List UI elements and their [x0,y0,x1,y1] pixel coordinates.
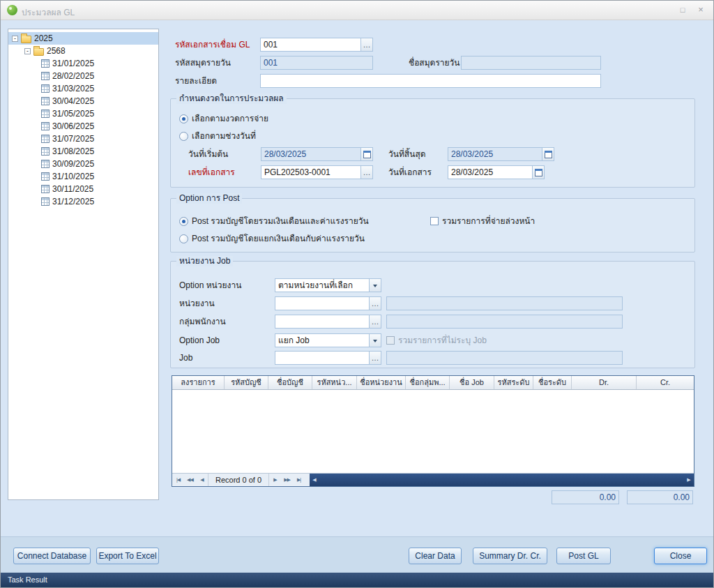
tree-node-date[interactable]: 31/01/2025 [8,57,158,70]
description-input[interactable] [260,74,601,88]
clear-data-button[interactable]: Clear Data [409,548,462,564]
employee-group-field[interactable]: … [275,315,381,329]
unit-label: หน่วยงาน [179,296,215,310]
doc-no-input[interactable] [261,166,360,179]
end-date-input [448,148,542,160]
grid-column-header[interactable]: ชื่อกลุ่มพ... [406,376,450,389]
tree-node-label: 30/06/2025 [52,121,94,131]
option-unit-combobox[interactable]: ตามหน่วยงานที่เลือก [275,278,381,292]
grid-column-header[interactable]: ชื่อระดับ [533,376,572,389]
tree-node-date[interactable]: 30/09/2025 [8,158,158,170]
grid-column-header[interactable]: Dr. [572,376,637,389]
radio-post-separated[interactable]: Post รวมบัญชีโดยแยกเงินเดือนกับค่าแรงราย… [179,234,365,243]
employee-group-label: กลุ่มพนักงาน [179,315,226,329]
post-gl-button[interactable]: Post GL [556,548,611,564]
gl-doc-code-lookup-button[interactable]: … [360,38,372,51]
tree-node-date[interactable]: 31/07/2025 [8,133,158,145]
tree-node-label: 31/08/2025 [52,146,94,156]
table-icon [41,135,50,143]
doc-date-calendar-button[interactable] [532,166,544,179]
tree-node-label: 30/04/2025 [52,96,94,106]
radio-pay-period[interactable]: เลือกตามงวดการจ่าย [179,114,268,123]
tree-node-date[interactable]: 30/04/2025 [8,95,158,107]
tree-node-year-2025[interactable]: - 2025 [8,32,158,45]
collapse-icon[interactable]: - [12,36,18,42]
journal-code-label: รหัสสมุดรายวัน [175,56,231,70]
unit-field[interactable]: … [275,296,381,310]
folder-icon [33,48,44,56]
grid-column-header[interactable]: รหัสบัญชี [225,376,268,389]
grid-column-header[interactable]: ชื่อ Job [450,376,494,389]
period-groupbox: กำหนดงวดในการประมวลผล เลือกตามงวดการจ่าย… [170,98,695,188]
tree-node-label: 28/02/2025 [52,71,94,81]
tree-node-date[interactable]: 28/02/2025 [8,70,158,82]
nav-last-button[interactable]: ▶| [293,474,305,486]
grid-horizontal-scrollbar[interactable]: ◀ ▶ [310,474,694,486]
calendar-icon [545,151,552,158]
total-cr-field [627,490,693,504]
option-job-value: แยก Job [275,334,369,347]
radio-selected-icon [179,114,188,123]
table-icon [41,122,50,130]
tree-node-date[interactable]: 30/06/2025 [8,120,158,133]
option-job-combobox[interactable]: แยก Job [275,333,381,347]
grid-column-header[interactable]: ลงรายการ [172,376,225,389]
calendar-icon [535,169,542,176]
tree-node-date[interactable]: 31/12/2025 [8,195,158,208]
tree-node-date[interactable]: 31/10/2025 [8,170,158,183]
employee-group-lookup-button[interactable]: … [369,315,381,328]
close-window-icon[interactable]: × [692,4,709,16]
grid-column-header[interactable]: รหัสหน่ว... [312,376,357,389]
grid-column-header[interactable]: ชื่อหน่วยงาน [357,376,406,389]
close-button[interactable]: Close [654,548,707,564]
radio-icon [179,234,188,243]
doc-no-field[interactable]: … [261,165,373,179]
doc-date-input[interactable] [448,166,532,179]
tree-node-date[interactable]: 31/08/2025 [8,145,158,158]
scroll-left-icon[interactable]: ◀ [310,477,319,483]
table-icon [41,172,50,181]
radio-post-combined[interactable]: Post รวมบัญชีโดยรวมเงินเดือนและค่าแรงราย… [179,216,369,226]
job-field[interactable]: … [275,351,381,365]
grid-header-row: ลงรายการ รหัสบัญชี ชื่อบัญชี รหัสหน่ว...… [172,376,694,390]
summary-dr-cr-button[interactable]: Summary Dr. Cr. [473,548,547,564]
tree-node-date[interactable]: 30/11/2025 [8,183,158,195]
doc-no-lookup-button[interactable]: … [360,166,372,179]
doc-date-field[interactable] [448,165,545,179]
nav-first-button[interactable]: |◀ [172,474,184,486]
grid-column-header[interactable]: ชื่อบัญชี [268,376,312,389]
nav-next-button[interactable]: ▶ [269,474,281,486]
grid-body[interactable] [172,390,694,473]
tree-node-label: 31/07/2025 [52,134,94,144]
export-to-excel-button[interactable]: Export To Excel [96,548,159,564]
job-input[interactable] [275,352,369,364]
job-name-field [386,351,623,365]
employee-group-input[interactable] [275,315,369,328]
scroll-right-icon[interactable]: ▶ [684,477,694,483]
nav-prev-button[interactable]: ◀ [196,474,208,486]
unit-input[interactable] [275,297,369,310]
gl-doc-code-input[interactable] [261,38,360,51]
checkbox-disabled-icon [386,336,395,345]
grid-column-header[interactable]: Cr. [637,376,694,389]
checkbox-advance-payment[interactable]: รวมรายการที่จ่ายล่วงหน้า [430,216,535,226]
radio-date-range[interactable]: เลือกตามช่วงวันที่ [179,131,256,141]
nav-next-page-button[interactable]: ▶▶ [281,474,293,486]
nav-prev-page-button[interactable]: ◀◀ [184,474,196,486]
maximize-icon[interactable]: □ [674,4,691,16]
radio-post-combined-label: Post รวมบัญชีโดยรวมเงินเดือนและค่าแรงราย… [192,216,369,226]
description-label: รายละเอียด [175,74,217,88]
tree-node-date[interactable]: 31/05/2025 [8,107,158,120]
gl-doc-code-field[interactable]: … [260,38,373,52]
tree-node-date[interactable]: 31/03/2025 [8,82,158,95]
job-lookup-button[interactable]: … [369,352,381,364]
dropdown-icon[interactable] [369,279,381,292]
doc-no-label: เลขที่เอกสาร [188,165,235,179]
tree-node-label: 2568 [47,46,66,56]
collapse-icon[interactable]: - [24,48,31,54]
dropdown-icon[interactable] [369,334,381,347]
grid-column-header[interactable]: รหัสระดับ [494,376,533,389]
tree-node-year-2568[interactable]: - 2568 [8,45,158,57]
unit-lookup-button[interactable]: … [369,297,381,310]
connect-database-button[interactable]: Connect Database [13,548,91,564]
